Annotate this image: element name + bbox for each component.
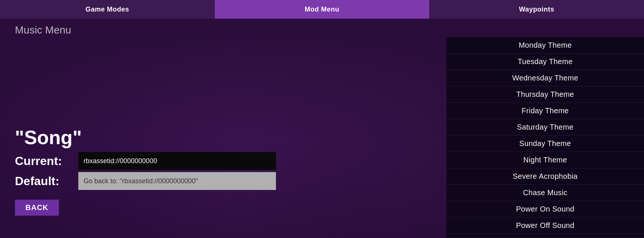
music-list-item[interactable]: Severe Acrophobia	[446, 168, 644, 185]
music-list-item[interactable]: Night Theme	[446, 152, 644, 168]
music-list-item[interactable]: Friday Theme	[446, 103, 644, 119]
nav-button-game-modes[interactable]: Game Modes	[0, 0, 215, 19]
music-list-item[interactable]: Wednesday Theme	[446, 70, 644, 86]
music-list-item[interactable]: Tuesday Theme	[446, 54, 644, 70]
current-row: Current:	[15, 152, 276, 170]
music-list-item[interactable]: Thursday Theme	[446, 86, 644, 103]
page-title: Music Menu	[15, 24, 71, 36]
input-section: Current: Default:	[15, 152, 276, 190]
default-row: Default:	[15, 172, 276, 190]
back-button[interactable]: BACK	[15, 200, 59, 216]
nav-button-mod-menu[interactable]: Mod Menu	[215, 0, 430, 19]
music-list-item[interactable]: Falling	[446, 234, 644, 238]
music-list-item[interactable]: Chase Music	[446, 185, 644, 201]
music-list-item[interactable]: Power On Sound	[446, 201, 644, 218]
music-list-item[interactable]: Saturday Theme	[446, 119, 644, 136]
default-input[interactable]	[78, 172, 276, 190]
top-nav: Game Modes Mod Menu Waypoints	[0, 0, 644, 19]
current-label: Current:	[15, 154, 75, 168]
music-list-item[interactable]: Sunday Theme	[446, 136, 644, 152]
song-label: "Song"	[15, 127, 276, 148]
left-content-area: "Song" Current: Default: BACK	[15, 127, 276, 216]
music-list-item[interactable]: Monday Theme	[446, 37, 644, 54]
music-list-item[interactable]: Power Off Sound	[446, 218, 644, 234]
nav-button-waypoints[interactable]: Waypoints	[429, 0, 644, 19]
music-list: Monday ThemeTuesday ThemeWednesday Theme…	[446, 37, 644, 238]
current-input[interactable]	[78, 152, 276, 170]
default-label: Default:	[15, 174, 75, 188]
